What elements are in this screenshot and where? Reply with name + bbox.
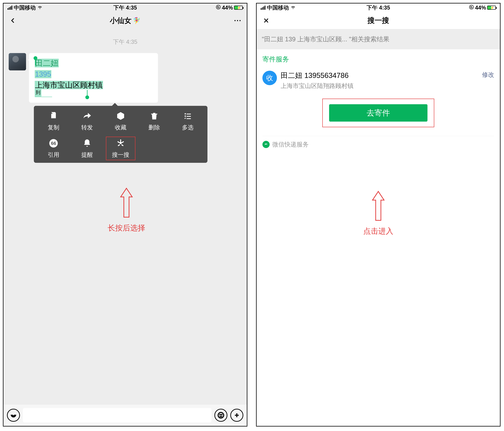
annotation-right: 点击进入 (363, 190, 393, 236)
back-button[interactable] (9, 17, 17, 24)
context-menu-arrow-icon (112, 100, 118, 106)
phone-left-chat: 中国移动 下午 4:35 44% ⚡ 小仙女 🧚‍♀️ ··· 下午 4:35 (3, 3, 247, 427)
signal-icon (261, 6, 265, 10)
close-button[interactable] (262, 17, 270, 24)
ctx-forward[interactable]: 转发 (70, 111, 104, 132)
recipient-row[interactable]: 收 田二妞 13955634786 上海市宝山区陆翔路顾村镇 修改 (257, 68, 500, 91)
recipient-address: 上海市宝山区陆翔路顾村镇 (281, 82, 478, 90)
ctx-multiselect[interactable]: 多选 (171, 111, 205, 132)
ctx-remind-label: 提醒 (81, 151, 93, 159)
ctx-copy-label: 复制 (48, 123, 59, 132)
ctx-quote-label: 引用 (48, 151, 59, 159)
annotation-left: 长按后选择 (108, 187, 145, 233)
rotation-lock-icon (216, 5, 221, 11)
provider-label: 微信快递服务 (272, 141, 309, 149)
search-title: 搜一搜 (257, 16, 500, 25)
msg-line-phone: 1395 (35, 70, 51, 78)
more-button[interactable]: ··· (234, 17, 242, 25)
redacted-block (103, 82, 152, 89)
chat-title-text: 小仙女 (110, 16, 132, 26)
status-bar: 中国移动 下午 4:35 44% ⚡ (3, 3, 247, 12)
up-arrow-icon (370, 190, 387, 222)
msg-line-name: 田二妞 (35, 59, 59, 67)
ctx-search-label: 搜一搜 (112, 151, 129, 159)
battery-pct: 44% (475, 5, 486, 11)
annotation-right-label: 点击进入 (363, 226, 393, 236)
battery-icon: ⚡ (234, 6, 243, 10)
plus-button[interactable] (230, 409, 243, 422)
provider-icon (262, 141, 270, 148)
status-bar: 中国移动 下午 4:35 44% ⚡ (257, 3, 500, 12)
ctx-multiselect-label: 多选 (182, 123, 194, 132)
ctx-copy[interactable]: 复制 (37, 111, 70, 132)
emoji-button[interactable] (214, 409, 227, 422)
search-summary: "田二妞 139 上海市宝山区顾... "相关搜索结果 (257, 29, 500, 49)
message-input[interactable] (23, 408, 211, 422)
message-bubble[interactable]: 田二妞 1395 上海市宝山区顾村镇 到 (29, 53, 158, 103)
svg-point-6 (220, 414, 220, 415)
ctx-remind[interactable]: 提醒 (70, 139, 104, 159)
svg-rect-9 (471, 7, 472, 7)
chat-nav-bar: 小仙女 🧚‍♀️ ··· (3, 12, 247, 29)
annotation-left-label: 长按后选择 (108, 223, 145, 233)
avatar[interactable] (9, 53, 26, 70)
carrier-label: 中国移动 (14, 4, 36, 11)
ctx-delete-label: 删除 (148, 123, 160, 132)
msg-line-address: 上海市宝山区顾村镇 (35, 81, 103, 89)
edit-link[interactable]: 修改 (482, 71, 494, 79)
shipping-section: 寄件服务 收 田二妞 13955634786 上海市宝山区陆翔路顾村镇 修改 去… (257, 49, 500, 154)
ctx-delete[interactable]: 删除 (137, 111, 171, 132)
provider-row[interactable]: 微信快递服务 (257, 136, 500, 154)
battery-icon: ⚡ (487, 6, 496, 10)
chat-area: 下午 4:35 田二妞 1395 上海市宝山区顾村镇 到 (3, 29, 247, 404)
ctx-search[interactable]: 搜一搜 (104, 139, 137, 159)
status-time: 下午 4:35 (339, 4, 417, 11)
chat-title: 小仙女 🧚‍♀️ (3, 16, 247, 26)
battery-pct: 44% (222, 5, 233, 11)
svg-point-5 (218, 412, 224, 418)
selection-handle-end-icon[interactable] (85, 96, 89, 99)
wifi-icon (290, 4, 296, 11)
ctx-favorite[interactable]: 收藏 (104, 111, 137, 132)
svg-text:66: 66 (51, 141, 56, 146)
message-row: 田二妞 1395 上海市宝山区顾村镇 到 (3, 53, 247, 103)
ctx-quote[interactable]: 66 引用 (37, 139, 70, 159)
wifi-icon (37, 4, 43, 11)
search-nav-bar: 搜一搜 (257, 12, 500, 29)
voice-button[interactable] (7, 409, 20, 422)
chat-timestamp: 下午 4:35 (3, 38, 247, 46)
phone-right-search: 中国移动 下午 4:35 44% ⚡ 搜一搜 "田二妞 139 上海市宝山区顾.… (256, 3, 501, 427)
svg-point-4 (119, 142, 122, 144)
msg-tail: 到 (35, 89, 41, 97)
search-title-text: 搜一搜 (368, 16, 389, 25)
ctx-forward-label: 转发 (81, 123, 93, 132)
svg-rect-1 (218, 7, 219, 7)
ctx-favorite-label: 收藏 (115, 123, 126, 132)
section-title: 寄件服务 (257, 49, 500, 68)
chat-input-bar (3, 404, 247, 426)
context-menu: 复制 转发 收藏 删除 多选 6 (34, 100, 207, 163)
signal-icon (8, 6, 12, 10)
rotation-lock-icon (469, 5, 474, 11)
redacted-block (51, 71, 89, 78)
status-time: 下午 4:35 (86, 4, 164, 11)
carrier-label: 中国移动 (267, 4, 289, 11)
recipient-name: 田二妞 13955634786 (281, 71, 478, 80)
ship-button-highlight: 去寄件 (322, 99, 434, 127)
svg-point-7 (222, 414, 222, 415)
up-arrow-icon (118, 187, 135, 219)
fairy-emoji-icon: 🧚‍♀️ (133, 17, 141, 24)
ship-button[interactable]: 去寄件 (329, 104, 427, 122)
recipient-badge: 收 (262, 71, 277, 85)
selection-handle-start-icon[interactable] (34, 56, 37, 60)
